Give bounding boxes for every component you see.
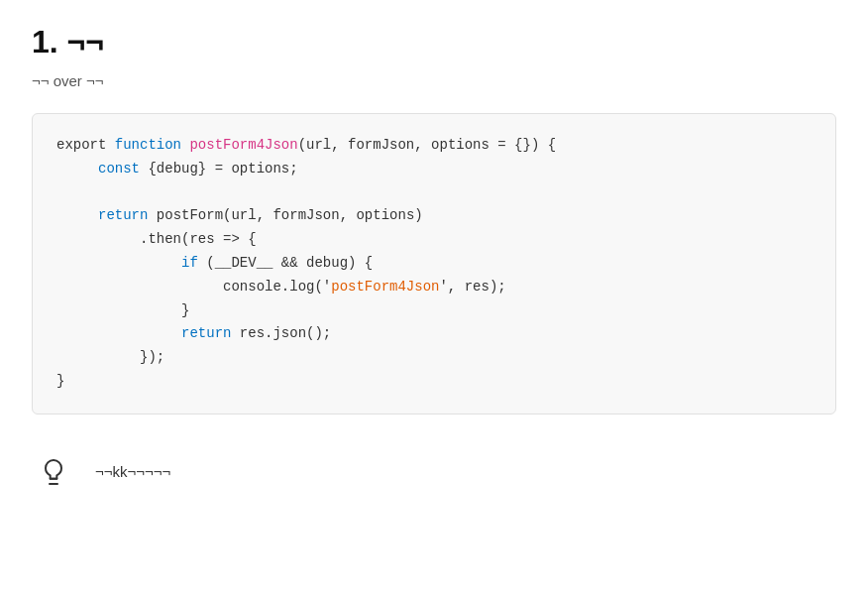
page-title: 1. ¬¬ <box>32 24 836 60</box>
keyword-const: const <box>98 161 140 177</box>
function-name: postForm4Json <box>189 137 297 153</box>
tip-icon <box>32 450 75 494</box>
tip-section: ¬¬kk¬¬¬¬¬ <box>32 442 836 502</box>
lightbulb-icon <box>38 456 69 488</box>
keyword-return-2: return <box>181 325 231 341</box>
keyword-if: if <box>181 255 198 271</box>
code-line-1: export function postForm4Json(url, formJ… <box>56 137 556 389</box>
tip-text: ¬¬kk¬¬¬¬¬ <box>95 463 170 480</box>
string-postForm4Json: postForm4Json <box>331 279 439 295</box>
code-block: export function postForm4Json(url, formJ… <box>32 113 836 415</box>
keyword-function: function <box>115 137 181 153</box>
keyword-return-1: return <box>98 207 148 223</box>
subtitle: ¬¬ over ¬¬ <box>32 72 836 89</box>
